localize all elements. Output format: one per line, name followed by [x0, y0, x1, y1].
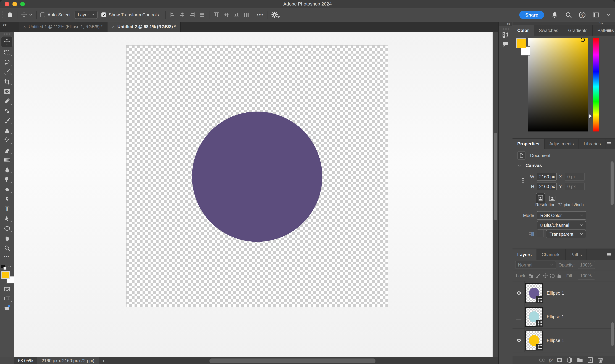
opacity-field[interactable]: 100%	[578, 261, 595, 269]
tab-layers[interactable]: Layers	[512, 249, 537, 260]
history-panel-icon[interactable]	[502, 31, 509, 39]
canvas-section-header[interactable]: Canvas	[517, 163, 542, 168]
tab-swatches[interactable]: Swatches	[534, 25, 563, 36]
workspace-icon[interactable]	[593, 12, 599, 18]
layer-effects-icon[interactable]: fx	[549, 357, 553, 363]
auto-select-checkbox[interactable]	[40, 13, 45, 17]
hue-slider-arrow[interactable]	[589, 114, 592, 118]
screen-mode-button[interactable]	[0, 294, 14, 303]
tool-hand[interactable]	[0, 233, 14, 243]
layer-thumbnail[interactable]	[525, 307, 543, 327]
strip-expand-icon[interactable]: <<	[499, 22, 512, 26]
x-field[interactable]: 0 px	[565, 173, 585, 181]
tab-paths[interactable]: Paths	[565, 249, 587, 260]
tab-channels[interactable]: Channels	[537, 249, 566, 260]
tool-ellipse-shape[interactable]	[0, 223, 14, 233]
panel-menu-icon[interactable]	[606, 252, 611, 257]
auto-select-target-dropdown[interactable]: Layer	[75, 11, 98, 19]
layer-mask-icon[interactable]	[556, 357, 563, 363]
tool-type[interactable]: T	[0, 204, 14, 214]
layer-name[interactable]: Ellipse 1	[547, 314, 564, 320]
adjustment-layer-icon[interactable]	[566, 357, 573, 363]
collapse-chevron-icon[interactable]	[517, 164, 522, 168]
toolbar-expand-icon[interactable]: >>	[0, 22, 14, 32]
tab-properties[interactable]: Properties	[512, 139, 545, 149]
more-options-icon[interactable]: •••	[257, 12, 263, 18]
tab-adjustments[interactable]: Adjustments	[545, 139, 579, 149]
tool-healing-brush[interactable]	[0, 106, 14, 116]
lock-transparency-icon[interactable]	[528, 273, 534, 279]
tool-more[interactable]: •••	[0, 253, 14, 263]
visibility-cell[interactable]	[512, 329, 525, 352]
dock-collapse-icon[interactable]: >>	[512, 22, 615, 25]
tab-color[interactable]: Color	[512, 25, 534, 36]
tool-gradient[interactable]	[0, 155, 14, 165]
layer-row-3[interactable]: Ellipse 1	[512, 329, 615, 352]
lock-pixels-icon[interactable]	[535, 273, 541, 279]
capture-share-button[interactable]	[0, 303, 14, 312]
panel-menu-icon[interactable]	[606, 141, 611, 146]
blend-mode-dropdown[interactable]: Normal	[515, 261, 556, 269]
tool-crop[interactable]	[0, 77, 14, 87]
tool-brush[interactable]	[0, 116, 14, 126]
fill-field[interactable]: 100%	[578, 272, 595, 280]
tool-path-selection[interactable]	[0, 214, 14, 223]
align-left-icon[interactable]	[169, 12, 175, 18]
saturation-brightness-field[interactable]	[528, 38, 588, 131]
tool-history-brush[interactable]	[0, 135, 14, 145]
move-tool-icon[interactable]	[21, 12, 27, 18]
align-right-icon[interactable]	[189, 12, 195, 18]
link-layers-icon[interactable]	[538, 357, 546, 363]
align-center-v-icon[interactable]	[223, 12, 229, 18]
vertical-scrollbar[interactable]	[493, 32, 498, 357]
artboard-transparent[interactable]	[126, 45, 388, 307]
tool-rect-marquee[interactable]	[0, 47, 14, 57]
tab-patterns[interactable]: Patterns	[593, 25, 615, 36]
fill-dropdown[interactable]: Transparent	[546, 230, 586, 238]
quick-mask-button[interactable]	[0, 285, 14, 294]
status-chevron-icon[interactable]: ›	[103, 358, 105, 364]
tab-gradients[interactable]: Gradients	[563, 25, 593, 36]
show-transform-checkbox[interactable]	[101, 13, 106, 17]
hidden-visibility-box[interactable]	[516, 314, 521, 320]
foreground-color-swatch[interactable]	[516, 39, 526, 48]
layer-row-2[interactable]: Ellipse 1	[512, 305, 615, 329]
tool-dodge[interactable]	[0, 175, 14, 184]
swap-colors-icon[interactable]	[7, 265, 13, 270]
layers-scrollbar-thumb[interactable]	[611, 322, 614, 346]
eye-icon[interactable]	[516, 338, 522, 343]
tool-move[interactable]	[1, 36, 13, 47]
horizontal-scrollbar-thumb[interactable]	[209, 359, 376, 363]
share-button[interactable]: Share	[519, 11, 544, 19]
distribute-h-icon[interactable]	[199, 12, 205, 18]
document-size-info[interactable]: 2160 px x 2160 px (72 ppi)	[37, 357, 99, 364]
color-selection-marker[interactable]	[581, 38, 585, 42]
tool-preset-chevron-icon[interactable]	[28, 13, 33, 17]
distribute-v-icon[interactable]	[243, 12, 249, 18]
tool-pen[interactable]	[0, 194, 14, 204]
panel-menu-icon[interactable]	[606, 28, 611, 33]
layer-row-1[interactable]: Ellipse 1	[512, 281, 615, 305]
y-field[interactable]: 0 px	[565, 182, 585, 190]
new-group-folder-icon[interactable]	[576, 357, 584, 363]
tool-clone-stamp[interactable]	[0, 126, 14, 135]
eye-icon[interactable]	[516, 290, 522, 296]
document-tab-1[interactable]: × Untitled-1 @ 112% (Ellipse 1, RGB/8) *	[19, 22, 107, 32]
align-bottom-icon[interactable]	[233, 12, 239, 18]
layer-thumbnail[interactable]	[525, 283, 543, 303]
bit-depth-dropdown[interactable]: 8 Bits/Channel	[537, 221, 586, 230]
comments-panel-icon[interactable]	[502, 40, 509, 48]
tool-eyedropper[interactable]	[0, 96, 14, 106]
fill-color-swatch[interactable]	[537, 230, 543, 237]
foreground-color-swatch[interactable]	[1, 271, 10, 279]
close-icon[interactable]: ×	[112, 24, 115, 29]
tool-smudge[interactable]	[0, 184, 14, 194]
new-layer-icon[interactable]	[587, 357, 594, 363]
default-colors-icon[interactable]	[1, 265, 7, 270]
tool-blur[interactable]	[0, 165, 14, 175]
tool-zoom[interactable]	[0, 243, 14, 253]
visibility-cell[interactable]	[512, 281, 525, 305]
tool-frame[interactable]	[0, 87, 14, 96]
orientation-portrait-button[interactable]	[536, 193, 545, 203]
close-icon[interactable]: ×	[23, 24, 26, 29]
